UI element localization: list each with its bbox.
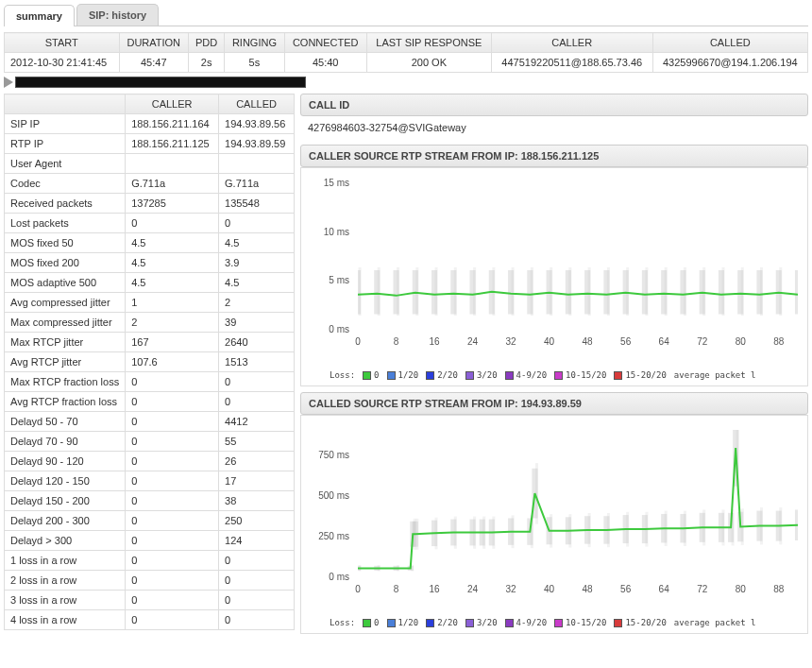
legend-tail: average packet l (674, 370, 756, 380)
x-tick: 88 (773, 584, 784, 594)
table-row: 1 loss in a row00 (5, 551, 295, 571)
summary-cell: 45:40 (284, 53, 366, 73)
x-tick: 88 (773, 336, 784, 347)
legend-swatch (465, 619, 474, 627)
legend-item: 1/20 (387, 618, 419, 627)
table-row: Avg RTCP jitter107.61513 (5, 352, 295, 372)
table-row: Delayd 150 - 200038 (5, 491, 295, 511)
legend-text: 3/20 (477, 370, 498, 380)
metrics-cell: 26 (219, 452, 295, 471)
legend-item: 15-20/20 (614, 370, 666, 380)
chart1: 0 ms5 ms10 ms15 ms 081624324048566472808… (300, 167, 808, 386)
legend-swatch (363, 371, 371, 380)
x-tick: 56 (620, 336, 631, 347)
legend-label: Loss: (330, 618, 355, 627)
table-row: Max compressed jitter239 (5, 313, 295, 333)
legend-swatch (387, 371, 396, 380)
callid-header: CALL ID (300, 94, 808, 116)
metrics-cell: 0 (126, 372, 219, 392)
metrics-cell: 0 (126, 392, 219, 412)
play-icon[interactable] (4, 77, 13, 88)
metrics-cell: 2 (219, 293, 295, 313)
metrics-cell: Max RTCP fraction loss (5, 372, 126, 392)
table-row: Avg compressed jitter12 (5, 293, 295, 313)
x-tick: 0 (355, 584, 361, 594)
legend-text: 4-9/20 (516, 370, 548, 380)
metrics-cell: 4.5 (126, 273, 219, 293)
metrics-cell: 0 (126, 452, 219, 471)
legend-swatch (614, 371, 622, 380)
x-tick: 72 (697, 584, 707, 594)
table-row: Delayd 120 - 150017 (5, 471, 295, 491)
metrics-cell: Delayd 200 - 300 (5, 511, 126, 531)
legend-swatch (554, 371, 563, 380)
y-tick: 750 ms (318, 449, 349, 459)
legend-text: 1/20 (398, 618, 419, 627)
legend-item: 10-15/20 (554, 618, 606, 627)
metrics-cell: 1 loss in a row (5, 551, 126, 571)
legend-item: 10-15/20 (554, 370, 606, 380)
player-track[interactable] (15, 77, 306, 88)
legend-text: 15-20/20 (625, 618, 666, 627)
metrics-cell: G.711a (219, 174, 295, 194)
table-row: MOS fixed 2004.53.9 (5, 253, 295, 273)
legend-text: 2/20 (437, 370, 458, 380)
legend-item: 4-9/20 (505, 370, 548, 380)
metrics-cell: 124 (219, 531, 295, 551)
table-row: 2 loss in a row00 (5, 571, 295, 591)
legend-item: 4-9/20 (505, 618, 548, 627)
metrics-cell: Avg RTCP fraction loss (5, 392, 126, 412)
legend-text: 2/20 (437, 618, 458, 627)
metrics-cell: Lost packets (5, 214, 126, 233)
tab-sip-history[interactable]: SIP: history (76, 4, 159, 26)
metrics-cell: 38 (219, 491, 295, 511)
legend-text: 0 (374, 370, 379, 380)
x-tick: 56 (620, 584, 631, 594)
y-tick: 250 ms (318, 530, 349, 540)
metrics-cell (126, 154, 219, 174)
metrics-cell: SIP IP (5, 114, 126, 134)
metrics-cell: 0 (219, 372, 295, 392)
legend-swatch (505, 371, 514, 380)
metrics-cell: G.711a (126, 174, 219, 194)
legend-swatch (387, 619, 396, 627)
legend-swatch (465, 371, 474, 380)
summary-cell: 200 OK (366, 53, 491, 73)
table-row: Max RTCP jitter1672640 (5, 333, 295, 352)
legend-swatch (505, 619, 514, 627)
metrics-cell: 107.6 (126, 352, 219, 372)
legend-item: 0 (363, 618, 379, 627)
metrics-cell: Delayd 50 - 70 (5, 412, 126, 432)
tab-summary[interactable]: summary (4, 5, 75, 26)
metrics-cell: MOS fixed 50 (5, 233, 126, 253)
legend-label: Loss: (330, 370, 355, 380)
metrics-cell: 55 (219, 432, 295, 452)
metrics-cell: 188.156.211.164 (126, 114, 219, 134)
metrics-cell: 0 (219, 610, 295, 630)
metrics-cell: Avg compressed jitter (5, 293, 126, 313)
legend-text: 10-15/20 (566, 370, 606, 380)
metrics-cell: 0 (126, 214, 219, 233)
metrics-cell: 194.93.89.56 (219, 114, 295, 134)
metrics-cell: 188.156.211.125 (126, 134, 219, 154)
metrics-cell: Delayd 90 - 120 (5, 452, 126, 471)
x-tick: 8 (394, 584, 399, 594)
summary-col: CONNECTED (284, 33, 366, 53)
metrics-cell: 3.9 (219, 253, 295, 273)
metrics-cell: MOS adaptive 500 (5, 273, 126, 293)
metrics-cell: Delayd 70 - 90 (5, 432, 126, 452)
legend-item: 3/20 (465, 370, 498, 380)
audio-player (4, 77, 808, 88)
table-row: 4 loss in a row00 (5, 610, 295, 630)
y-tick: 0 ms (329, 572, 349, 582)
metrics-cell: 4.5 (219, 233, 295, 253)
summary-col: CALLER (491, 33, 652, 53)
x-tick: 40 (544, 584, 554, 594)
chart1-header: CALLER SOURCE RTP STREAM FROM IP: 188.15… (300, 145, 808, 167)
metrics-cell: 0 (126, 412, 219, 432)
legend-text: 4-9/20 (516, 618, 548, 627)
legend-text: 10-15/20 (566, 618, 606, 627)
metrics-cell: Max compressed jitter (5, 313, 126, 333)
summary-col: LAST SIP RESPONSE (366, 33, 491, 53)
metrics-cell: 2 (126, 313, 219, 333)
